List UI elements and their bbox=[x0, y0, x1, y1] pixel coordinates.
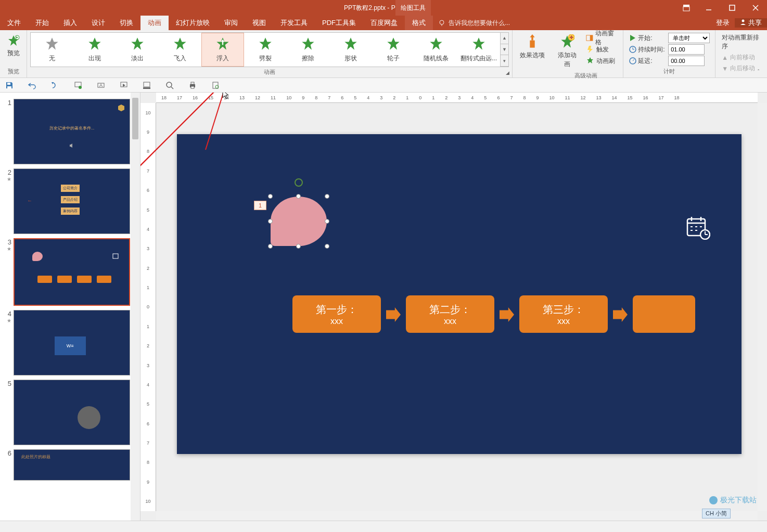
anim-fade[interactable]: 淡出 bbox=[116, 33, 159, 67]
vertical-scrollbar[interactable] bbox=[758, 103, 767, 511]
move-earlier-button[interactable]: ▲ 向前移动 bbox=[719, 52, 764, 63]
tab-developer[interactable]: 开发工具 bbox=[273, 16, 315, 30]
anim-flyin[interactable]: 飞入 bbox=[159, 33, 201, 67]
anim-random-bars[interactable]: 随机线条 bbox=[415, 33, 457, 67]
star-icon bbox=[87, 36, 102, 51]
tab-view[interactable]: 视图 bbox=[245, 16, 273, 30]
animation-pane-button[interactable]: 动画窗格 bbox=[583, 32, 620, 44]
slide-canvas[interactable]: 1 第一步： xxx 第二步： bbox=[177, 134, 742, 454]
status-bar bbox=[0, 521, 767, 532]
gallery-more[interactable]: ▾ bbox=[501, 55, 508, 67]
tab-home[interactable]: 开始 bbox=[28, 16, 56, 30]
maximize-icon[interactable] bbox=[720, 0, 744, 16]
svg-point-6 bbox=[440, 20, 444, 24]
anim-grow-turn[interactable]: 翻转式由远... bbox=[457, 33, 500, 67]
tab-slideshow[interactable]: 幻灯片放映 bbox=[169, 16, 217, 30]
panel-scrollbar[interactable] bbox=[131, 93, 140, 521]
svg-rect-51 bbox=[144, 82, 150, 87]
step-box-3[interactable]: 第三步： xxx bbox=[519, 295, 608, 333]
star-icon bbox=[429, 36, 443, 51]
start-select[interactable]: 单击时 bbox=[668, 33, 710, 43]
ribbon-display-options-icon[interactable] bbox=[676, 0, 697, 16]
tab-insert[interactable]: 插入 bbox=[56, 16, 84, 30]
tab-pdf[interactable]: PDF工具集 bbox=[315, 16, 363, 30]
login-button[interactable]: 登录 bbox=[711, 18, 735, 28]
resize-handle-sw[interactable] bbox=[268, 244, 273, 249]
add-animation-button[interactable]: 添加动画 bbox=[552, 32, 583, 71]
tab-review[interactable]: 审阅 bbox=[217, 16, 245, 30]
save-icon[interactable] bbox=[4, 80, 15, 90]
redo-icon[interactable] bbox=[50, 80, 60, 90]
resize-handle-n[interactable] bbox=[296, 194, 301, 199]
effect-options-button[interactable]: 效果选项 bbox=[516, 32, 549, 62]
resize-handle-w[interactable] bbox=[268, 219, 273, 224]
anim-none[interactable]: 无 bbox=[31, 33, 73, 67]
svg-marker-34 bbox=[587, 46, 593, 53]
duration-input[interactable] bbox=[668, 44, 705, 55]
tab-transitions[interactable]: 切换 bbox=[112, 16, 140, 30]
resize-handle-ne[interactable] bbox=[325, 194, 329, 199]
dialog-launcher-icon[interactable]: ◢ bbox=[504, 69, 511, 76]
anim-shape[interactable]: 形状 bbox=[329, 33, 372, 67]
svg-marker-23 bbox=[430, 37, 442, 49]
undo-icon[interactable] bbox=[27, 80, 37, 90]
tell-me-search[interactable]: 告诉我您想要做什么... bbox=[433, 16, 711, 30]
svg-point-53 bbox=[167, 82, 172, 87]
slide-thumbnail-6[interactable]: 此处照片的标题 bbox=[14, 449, 130, 481]
calendar-clock-icon bbox=[685, 215, 710, 240]
resize-handle-se[interactable] bbox=[325, 244, 329, 249]
minimize-icon[interactable] bbox=[697, 0, 720, 16]
close-icon[interactable] bbox=[744, 0, 767, 16]
anim-wipe[interactable]: 擦除 bbox=[287, 33, 329, 67]
preview-button[interactable]: 预览 bbox=[3, 32, 24, 60]
animation-order-tag[interactable]: 1 bbox=[254, 201, 266, 210]
trigger-button[interactable]: 触发 bbox=[583, 44, 620, 55]
gallery-scroll: ▲ ▼ ▾ bbox=[500, 33, 508, 67]
gallery-down[interactable]: ▼ bbox=[501, 44, 508, 56]
start-icon bbox=[629, 34, 637, 42]
share-button[interactable]: 共享 bbox=[735, 18, 767, 28]
slide-from-begin-icon[interactable] bbox=[142, 80, 152, 90]
step-box-2[interactable]: 第二步： xxx bbox=[406, 295, 494, 333]
collapse-ribbon-icon[interactable]: ˆ bbox=[758, 69, 765, 76]
delay-input[interactable] bbox=[668, 56, 705, 66]
ime-indicator[interactable]: CH 小简 bbox=[702, 509, 731, 518]
print-preview-icon[interactable] bbox=[210, 80, 221, 90]
slide-from-current-icon[interactable] bbox=[119, 80, 129, 90]
resize-handle-s[interactable] bbox=[296, 244, 301, 249]
preview-star-icon bbox=[7, 34, 20, 47]
horizontal-scrollbar[interactable] bbox=[156, 511, 758, 521]
slide-thumbnail-4[interactable]: W≡ bbox=[14, 310, 130, 375]
slide-thumbnail-3[interactable] bbox=[14, 238, 130, 306]
tab-design[interactable]: 设计 bbox=[84, 16, 112, 30]
anim-floatin[interactable]: 浮入 bbox=[201, 33, 244, 67]
step-box-1[interactable]: 第一步： xxx bbox=[292, 295, 381, 333]
step-arrow-3 bbox=[613, 307, 628, 322]
step-box-4[interactable] bbox=[633, 295, 695, 333]
textbox-icon[interactable]: A bbox=[96, 80, 106, 90]
move-later-button[interactable]: ▼ 向后移动 bbox=[719, 63, 764, 74]
slide-thumbnail-2[interactable]: 公司简介 产品介绍 案例内容 ← bbox=[14, 168, 130, 234]
thumb-number: 5 bbox=[4, 380, 14, 445]
anim-split[interactable]: 劈裂 bbox=[244, 33, 287, 67]
zoom-icon[interactable] bbox=[164, 80, 175, 90]
gallery-up[interactable]: ▲ bbox=[501, 33, 508, 44]
tab-baidu[interactable]: 百度网盘 bbox=[363, 16, 405, 30]
slide-thumbnail-5[interactable] bbox=[14, 380, 130, 445]
anim-wheel[interactable]: 轮子 bbox=[372, 33, 415, 67]
selected-shape[interactable]: 1 bbox=[271, 197, 327, 246]
animation-painter-button[interactable]: 动画刷 bbox=[583, 55, 620, 67]
resize-handle-e[interactable] bbox=[325, 219, 329, 224]
rotation-handle[interactable] bbox=[295, 178, 303, 187]
anim-appear[interactable]: 出现 bbox=[73, 33, 116, 67]
workspace: 1 历史记录中的著名事件... 2★ 公司简介 产品介绍 案例内容 ← 3★ bbox=[0, 93, 767, 521]
slide-thumbnail-1[interactable]: 历史记录中的著名事件... bbox=[14, 99, 130, 164]
tab-format[interactable]: 格式 bbox=[405, 16, 433, 30]
anim-painter-icon bbox=[586, 57, 594, 65]
tab-animations[interactable]: 动画 bbox=[140, 16, 169, 30]
new-slide-icon[interactable] bbox=[73, 80, 83, 90]
resize-handle-nw[interactable] bbox=[268, 194, 273, 199]
slide-thumbnail-panel: 1 历史记录中的著名事件... 2★ 公司简介 产品介绍 案例内容 ← 3★ bbox=[0, 93, 140, 521]
tab-file[interactable]: 文件 bbox=[0, 16, 28, 30]
print-icon[interactable] bbox=[187, 80, 198, 90]
